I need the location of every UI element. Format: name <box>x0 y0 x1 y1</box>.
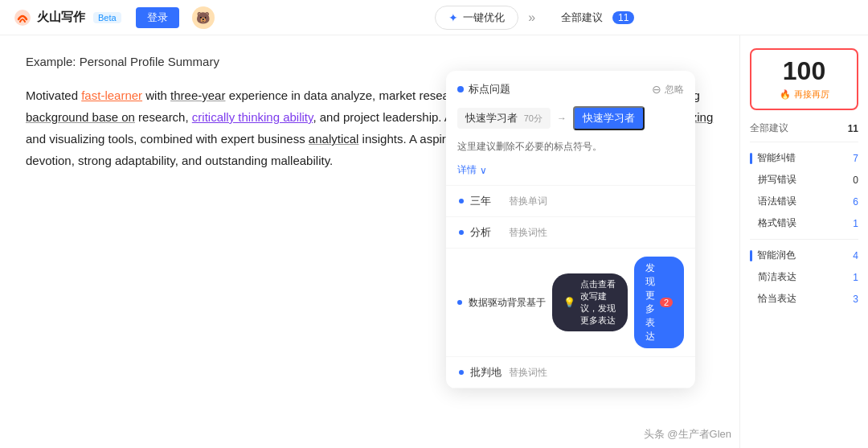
concise-count: 1 <box>853 272 858 283</box>
suggestions-label: 全部建议 <box>561 10 603 25</box>
mini-action-1[interactable]: 替换单词 <box>509 195 547 208</box>
mini-action-4[interactable]: 替换词性 <box>509 366 547 380</box>
sidebar-item-spelling[interactable]: 拼写错误 0 <box>750 169 858 191</box>
optimize-label: 一键优化 <box>463 10 505 25</box>
sidebar-item-smart-polish[interactable]: 智能润色 4 <box>750 245 858 266</box>
sidebar-all-suggestions[interactable]: 全部建议 11 <box>750 121 858 135</box>
discover-badge: 2 <box>660 298 673 307</box>
bulb-icon: 💡 <box>563 297 575 308</box>
sidebar-divider-1 <box>750 142 858 142</box>
smart-correction-count: 7 <box>853 153 858 164</box>
bar-icon <box>750 153 752 164</box>
watermark: 头条 @生产者Glen <box>644 427 731 442</box>
topbar-center: ✦ 一键优化 » 全部建议 11 <box>215 6 855 30</box>
word-score: 70分 <box>524 113 542 123</box>
popup-dot <box>457 86 464 92</box>
highlight-critically[interactable]: critically thinking ability <box>192 110 313 124</box>
mini-suggestion-4: 批判地 替换词性 <box>446 357 695 388</box>
svg-point-0 <box>14 10 31 26</box>
mini-label-3: 数据驱动背景基于 <box>469 296 546 310</box>
topbar: 火山写作 Beta 登录 🐻 ✦ 一键优化 » 全部建议 11 <box>0 0 868 35</box>
mini-suggestion-3: 数据驱动背景基于 💡 点击查看改写建议，发现更多表达 发现更多表达 2 <box>446 249 695 357</box>
appropriate-count: 3 <box>853 294 858 305</box>
highlight-fast-learner[interactable]: fast-learner <box>81 88 142 102</box>
chevron-down-icon: ∨ <box>480 165 487 176</box>
beta-badge: Beta <box>93 12 121 23</box>
popup-header: 标点问题 ⊖ 忽略 <box>457 82 684 97</box>
mini-dot-4 <box>459 370 464 375</box>
mini-dot <box>459 199 464 203</box>
sidebar-item-concise[interactable]: 简洁表达 1 <box>750 266 858 288</box>
more-button[interactable]: » <box>525 7 538 28</box>
mini-label-1: 三年 <box>470 194 502 208</box>
doc-title: Example: Personal Profile Summary <box>26 55 714 68</box>
tooltip-text: 点击查看改写建议，发现更多表达 <box>580 278 616 327</box>
all-suggestions-count: 11 <box>848 123 858 134</box>
underline-three-year[interactable]: three-year <box>170 88 225 102</box>
login-button[interactable]: 登录 <box>136 7 179 28</box>
grammar-count: 6 <box>853 196 858 208</box>
logo-area: 火山写作 Beta 登录 🐻 <box>13 6 215 29</box>
word-original: 快速学习者 70分 <box>457 108 551 129</box>
star-icon: ✦ <box>448 11 458 24</box>
mini-suggestion-1: 三年 替换单词 <box>446 186 695 217</box>
popup-title: 标点问题 <box>457 82 510 97</box>
right-sidebar: 100 🔥 再接再厉 全部建议 11 智能纠错 7 拼写错误 0 语法错误 6 <box>739 35 868 448</box>
popup-hint: 这里建议删除不必要的标点符号。 <box>457 140 684 154</box>
spelling-count: 0 <box>853 175 858 186</box>
popup-ignore-btn[interactable]: ⊖ 忽略 <box>652 83 684 97</box>
avatar[interactable]: 🐻 <box>192 6 215 29</box>
word-options: 快速学习者 70分 → 快速学习者 <box>457 106 684 130</box>
optimize-button[interactable]: ✦ 一键优化 <box>435 6 518 30</box>
mini-suggestion-2: 分析 替换词性 <box>446 217 695 249</box>
score-sub: 🔥 再接再厉 <box>758 88 850 101</box>
discover-label: 发现更多表达 <box>645 261 655 343</box>
logo-text: 火山写作 <box>37 10 85 25</box>
mini-action-2[interactable]: 替换词性 <box>509 226 547 240</box>
popup-main: 标点问题 ⊖ 忽略 快速学习者 70分 → 快速学习者 这里建议删除不必要的标点… <box>446 71 695 186</box>
score-box: 100 🔥 再接再厉 <box>750 48 858 110</box>
sidebar-divider-2 <box>750 239 858 240</box>
sidebar-item-appropriate[interactable]: 恰当表达 3 <box>750 288 858 310</box>
mini-dot-2 <box>459 230 464 235</box>
sidebar-item-smart-correction[interactable]: 智能纠错 7 <box>750 147 858 169</box>
mini-label-4: 批判地 <box>470 365 502 380</box>
mini-dot-3 <box>457 300 462 305</box>
mini-label-2: 分析 <box>470 225 502 240</box>
logo-icon <box>13 8 32 27</box>
underline-analytical[interactable]: analytical <box>309 132 359 146</box>
sidebar-item-format[interactable]: 格式错误 1 <box>750 212 858 234</box>
editor-area: Example: Personal Profile Summary Motiva… <box>0 35 739 448</box>
popup-detail-btn[interactable]: 详情 ∨ <box>457 163 684 177</box>
arrow-icon: → <box>557 113 567 124</box>
bar-icon-2 <box>750 250 752 261</box>
tooltip-bubble[interactable]: 💡 点击查看改写建议，发现更多表达 <box>552 273 628 331</box>
format-count: 1 <box>853 218 858 229</box>
sidebar-item-grammar[interactable]: 语法错误 6 <box>750 191 858 212</box>
discover-button[interactable]: 发现更多表达 2 <box>634 257 684 348</box>
smart-polish-count: 4 <box>853 250 858 261</box>
word-suggested-btn[interactable]: 快速学习者 <box>573 106 645 130</box>
suggestion-popup-container: 标点问题 ⊖ 忽略 快速学习者 70分 → 快速学习者 这里建议删除不必要的标点… <box>446 71 695 388</box>
main-layout: Example: Personal Profile Summary Motiva… <box>0 35 868 448</box>
fire-icon: 🔥 <box>780 89 791 100</box>
suggestions-count: 11 <box>612 11 634 24</box>
score-number: 100 <box>758 58 850 84</box>
